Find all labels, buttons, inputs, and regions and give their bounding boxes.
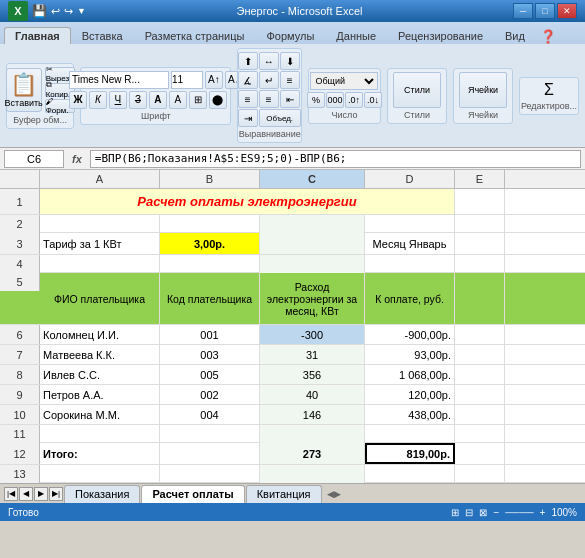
- tab-page-layout[interactable]: Разметка страницы: [134, 27, 256, 44]
- align-top-button[interactable]: ⬆: [238, 52, 258, 70]
- paste-button[interactable]: 📋 Вставить: [6, 68, 42, 112]
- cell-2d[interactable]: [365, 215, 455, 233]
- header-cell-amount[interactable]: К оплате, руб.: [365, 273, 455, 324]
- help-icon[interactable]: ❓: [540, 29, 556, 44]
- cell-12a-total[interactable]: Итого:: [40, 443, 160, 464]
- cell-13e[interactable]: [455, 465, 505, 483]
- fill-color-button[interactable]: ⬤: [209, 91, 227, 109]
- cell-2e[interactable]: [455, 215, 505, 233]
- highlight-color-button[interactable]: А: [169, 91, 187, 109]
- cell-8a[interactable]: Ивлев С.С.: [40, 365, 160, 384]
- cell-6c-selected[interactable]: -300: [260, 325, 365, 344]
- decrease-indent-button[interactable]: ⇤: [280, 90, 300, 108]
- col-header-d[interactable]: D: [365, 170, 455, 188]
- cell-13a[interactable]: [40, 465, 160, 483]
- number-format-select[interactable]: Общий Числовой Денежный: [310, 72, 378, 90]
- cell-9e[interactable]: [455, 385, 505, 404]
- zoom-in-button[interactable]: +: [540, 507, 546, 518]
- name-box[interactable]: [4, 150, 64, 168]
- percent-button[interactable]: %: [307, 92, 325, 108]
- cell-8c[interactable]: 356: [260, 365, 365, 384]
- tab-home[interactable]: Главная: [4, 27, 71, 44]
- font-color-a-button[interactable]: А: [149, 91, 167, 109]
- cell-11a[interactable]: [40, 425, 160, 443]
- border-button[interactable]: ⊞: [189, 91, 207, 109]
- align-center-button[interactable]: ≡: [238, 90, 258, 108]
- cell-4d[interactable]: [365, 255, 455, 273]
- cell-9c[interactable]: 40: [260, 385, 365, 404]
- cell-9a[interactable]: Петров А.А.: [40, 385, 160, 404]
- cell-9d[interactable]: 120,00р.: [365, 385, 455, 404]
- zoom-out-button[interactable]: −: [493, 507, 499, 518]
- cell-10c[interactable]: 146: [260, 405, 365, 424]
- decrease-decimal-button[interactable]: .0↓: [364, 92, 382, 108]
- tab-formulas[interactable]: Формулы: [255, 27, 325, 44]
- sum-button[interactable]: Σ: [544, 81, 554, 99]
- cell-3d-month[interactable]: Месяц Январь: [365, 233, 455, 254]
- view-layout-icon[interactable]: ⊟: [465, 507, 473, 518]
- cell-13c[interactable]: [260, 465, 365, 483]
- zoom-level[interactable]: 100%: [551, 507, 577, 518]
- cell-3b-tariff[interactable]: 3,00р.: [160, 233, 260, 254]
- align-bottom-button[interactable]: ⬇: [280, 52, 300, 70]
- cells-button[interactable]: Ячейки: [459, 72, 507, 108]
- sheet-tab-kvitantsiya[interactable]: Квитанция: [246, 485, 322, 503]
- tab-view[interactable]: Вид: [494, 27, 536, 44]
- text-angle-button[interactable]: ∡: [238, 71, 258, 89]
- align-left-button[interactable]: ≡: [280, 71, 300, 89]
- sheet-tab-pokazaniya[interactable]: Показания: [64, 485, 140, 503]
- title-cell[interactable]: Расчет оплаты электроэнергии: [40, 189, 455, 214]
- cell-3a[interactable]: Тариф за 1 КВт: [40, 233, 160, 254]
- cell-6a[interactable]: Коломнец И.И.: [40, 325, 160, 344]
- view-normal-icon[interactable]: ⊞: [451, 507, 459, 518]
- cell-2a[interactable]: [40, 215, 160, 233]
- tab-nav-next[interactable]: ▶: [34, 487, 48, 501]
- quick-access-dropdown[interactable]: ▼: [77, 6, 86, 16]
- col-header-a[interactable]: A: [40, 170, 160, 188]
- underline-button[interactable]: Ч: [109, 91, 127, 109]
- thousands-button[interactable]: 000: [326, 92, 344, 108]
- font-size-input[interactable]: [171, 71, 203, 89]
- cell-1e[interactable]: [455, 189, 505, 214]
- tab-nav-first[interactable]: |◀: [4, 487, 18, 501]
- cell-3e[interactable]: [455, 233, 505, 254]
- close-button[interactable]: ✕: [557, 3, 577, 19]
- cell-10d[interactable]: 438,00р.: [365, 405, 455, 424]
- view-page-icon[interactable]: ⊠: [479, 507, 487, 518]
- cell-4a[interactable]: [40, 255, 160, 273]
- cell-13d[interactable]: [365, 465, 455, 483]
- styles-button[interactable]: Стили: [393, 72, 441, 108]
- tab-review[interactable]: Рецензирование: [387, 27, 494, 44]
- cell-12b[interactable]: [160, 443, 260, 464]
- increase-font-button[interactable]: A↑: [205, 71, 223, 89]
- cell-13b[interactable]: [160, 465, 260, 483]
- formula-input[interactable]: [90, 150, 581, 168]
- strikethrough-button[interactable]: З: [129, 91, 147, 109]
- cell-7d[interactable]: 93,00р.: [365, 345, 455, 364]
- header-cell-code[interactable]: Код плательщика: [160, 273, 260, 324]
- bold-button[interactable]: Ж: [69, 91, 87, 109]
- cell-10a[interactable]: Сорокина М.М.: [40, 405, 160, 424]
- cell-6e[interactable]: [455, 325, 505, 344]
- cell-4c[interactable]: [260, 255, 365, 273]
- header-cell-consumption[interactable]: Расход электроэнергии за месяц, КВт: [260, 273, 365, 324]
- minimize-button[interactable]: ─: [513, 3, 533, 19]
- cell-4b[interactable]: [160, 255, 260, 273]
- merge-center-button[interactable]: Объед.: [259, 109, 301, 127]
- cell-12e[interactable]: [455, 443, 505, 464]
- maximize-button[interactable]: □: [535, 3, 555, 19]
- cell-7e[interactable]: [455, 345, 505, 364]
- tab-data[interactable]: Данные: [325, 27, 387, 44]
- font-name-input[interactable]: [69, 71, 169, 89]
- cell-2b[interactable]: [160, 215, 260, 233]
- col-header-e[interactable]: E: [455, 170, 505, 188]
- cell-6d[interactable]: -900,00р.: [365, 325, 455, 344]
- cell-11e[interactable]: [455, 425, 505, 443]
- cell-4e[interactable]: [455, 255, 505, 273]
- quick-access-save[interactable]: 💾: [32, 4, 47, 18]
- sheet-tab-raschet[interactable]: Расчет оплаты: [141, 485, 244, 503]
- fx-icon[interactable]: fx: [68, 153, 86, 165]
- cell-10e[interactable]: [455, 405, 505, 424]
- italic-button[interactable]: К: [89, 91, 107, 109]
- col-header-b[interactable]: B: [160, 170, 260, 188]
